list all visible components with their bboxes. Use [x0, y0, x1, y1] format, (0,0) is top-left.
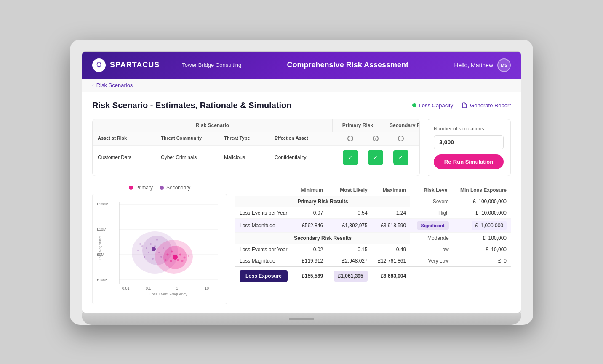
legend-secondary-label: Secondary — [166, 185, 190, 191]
highlighted-loss: £ 1,000,000 — [472, 221, 507, 230]
loss-capacity-link[interactable]: Loss Capacity — [412, 102, 454, 109]
laptop-base — [82, 313, 521, 325]
report-icon — [462, 102, 467, 108]
loss-exposure-button[interactable]: Loss Exposure — [240, 270, 288, 282]
loss-magnitude-primary-loss: £ 1,000,000 — [453, 218, 511, 232]
chart-container: Primary Secondary £100M £10M £1M — [92, 185, 227, 304]
results-section: Primary Secondary £100M £10M £1M — [92, 185, 511, 304]
svg-point-20 — [144, 256, 145, 258]
svg-text:10: 10 — [205, 286, 209, 290]
col-header-maximum: Maximum — [372, 185, 411, 196]
breadcrumb-parent[interactable]: Risk Scenarios — [96, 82, 133, 88]
svg-point-19 — [148, 252, 149, 253]
simulation-panel: Number of simulations Re-Run Simulation — [427, 119, 511, 176]
threat-community-cell: Cyber Criminals — [161, 154, 224, 160]
moderate-risk-level: Moderate — [410, 232, 453, 244]
primary-info-btn[interactable]: ✓ — [368, 150, 383, 165]
table-row: Loss Magnitude £119,912 £2,948,027 £12,7… — [235, 255, 511, 267]
results-data-table: Minimum Most Likely Maximum Risk Level M… — [235, 185, 511, 285]
col-secondary-clock — [388, 136, 414, 141]
svg-point-18 — [150, 243, 152, 245]
risk-table: Risk Scenario Primary Risk Secondary Ris… — [92, 119, 420, 176]
legend-primary: Primary — [129, 185, 153, 191]
col-primary-clock — [338, 136, 363, 141]
rerun-simulation-button[interactable]: Re-Run Simulation — [434, 154, 504, 169]
loss-exposure-highlighted-value: £1,061,395 — [334, 271, 368, 282]
svg-point-21 — [154, 245, 156, 247]
loss-exposure-btn-cell: Loss Exposure — [235, 267, 295, 285]
loss-exposure-loss — [453, 267, 511, 285]
svg-point-27 — [141, 245, 143, 247]
loss-capacity-dot — [412, 103, 416, 107]
svg-text:Loss Magnitude: Loss Magnitude — [98, 236, 102, 260]
loss-exposure-max: £6,683,004 — [372, 267, 411, 285]
effect-cell: Confidentiality — [275, 154, 338, 160]
generate-report-link[interactable]: Generate Report — [462, 102, 511, 109]
primary-clock-btn[interactable]: ✓ — [343, 150, 358, 165]
loss-events-year-secondary-max: 0.49 — [372, 244, 411, 255]
laptop-notch — [289, 318, 314, 320]
secondary-clock-btn[interactable]: ✓ — [393, 150, 408, 165]
col-effect: Effect on Asset — [275, 136, 338, 141]
svg-text:£100K: £100K — [97, 278, 108, 282]
primary-risk-group-header: Primary Risk — [333, 119, 383, 132]
svg-point-40 — [188, 255, 189, 257]
breadcrumb: ‹ Risk Scenarios — [82, 79, 521, 92]
loss-magnitude-primary-max: £3,918,590 — [372, 218, 411, 232]
chevron-left-icon: ‹ — [92, 82, 94, 88]
loss-magnitude-secondary-risk: Very Low — [410, 255, 453, 267]
loss-events-year-primary-label: Loss Events per Year — [235, 207, 295, 218]
svg-point-17 — [146, 247, 147, 249]
col-header-label — [235, 185, 295, 196]
loss-exposure-risk — [410, 267, 453, 285]
risk-scenario-group-header: Risk Scenario — [93, 119, 333, 132]
loss-events-year-primary-likely: 0.54 — [327, 207, 372, 218]
svg-text:0.1: 0.1 — [146, 286, 151, 290]
page-title: Risk Scenario - Estimates, Rationale & S… — [92, 101, 291, 110]
loss-capacity-label: Loss Capacity — [419, 102, 454, 109]
legend-secondary: Secondary — [160, 185, 190, 191]
svg-point-0 — [97, 62, 101, 67]
col-secondary-info: i — [414, 136, 420, 141]
sim-value-input[interactable] — [434, 135, 504, 149]
loss-events-year-primary-risk: High — [410, 207, 453, 218]
loss-magnitude-secondary-max: £12,761,861 — [372, 255, 411, 267]
app-title: Comprehensive Risk Assessment — [241, 61, 454, 69]
results-table: Minimum Most Likely Maximum Risk Level M… — [235, 185, 511, 304]
svg-point-30 — [152, 247, 156, 251]
secondary-risk-group-header: Secondary Risk — [383, 119, 420, 132]
legend-primary-dot — [129, 186, 133, 190]
app-header: SPARTACUS Tower Bridge Consulting Compre… — [82, 52, 521, 79]
table-row: Primary Risk Results Severe £ 100,000,00… — [235, 196, 511, 207]
table-row: Customer Data Cyber Criminals Malicious … — [93, 145, 419, 169]
svg-text:0.01: 0.01 — [122, 286, 130, 290]
loss-magnitude-secondary-likely: £2,948,027 — [327, 255, 372, 267]
loss-magnitude-primary-risk: Significant — [410, 218, 453, 232]
loss-events-year-secondary-likely: 0.15 — [327, 244, 372, 255]
loss-events-year-primary-loss: £ 10,000,000 — [453, 207, 511, 218]
svg-point-32 — [171, 250, 173, 252]
loss-events-year-secondary-loss: £ 10,000 — [453, 244, 511, 255]
loss-events-year-primary-max: 1.24 — [372, 207, 411, 218]
col-threat-type: Threat Type — [224, 136, 275, 141]
secondary-info-btn[interactable]: ✓ — [419, 150, 420, 165]
svg-point-29 — [139, 243, 141, 245]
loss-magnitude-secondary-loss: £ 0 — [453, 255, 511, 267]
severe-min-loss: £ 100,000,000 — [453, 196, 511, 207]
asset-cell: Customer Data — [98, 154, 161, 160]
avatar[interactable]: MS — [497, 58, 511, 72]
primary-section-label: Primary Risk Results — [235, 196, 410, 207]
svg-point-36 — [170, 260, 172, 262]
col-asset: Asset at Risk — [98, 136, 161, 141]
main-content: Risk Scenario - Estimates, Rationale & S… — [82, 92, 521, 313]
page-actions: Loss Capacity Generate Report — [412, 102, 511, 109]
svg-point-28 — [137, 250, 139, 251]
legend-primary-label: Primary — [136, 185, 153, 191]
loss-magnitude-primary-min: £562,846 — [295, 218, 327, 232]
scatter-chart: £100M £10M £1M £100K Loss Magnitude — [96, 198, 222, 299]
chart-legend: Primary Secondary — [92, 185, 227, 191]
logo-text: SPARTACUS — [110, 61, 160, 69]
col-header-minimum: Minimum — [295, 185, 327, 196]
table-row: Loss Events per Year 0.07 0.54 1.24 High… — [235, 207, 511, 218]
table-row: Loss Events per Year 0.02 0.15 0.49 Low … — [235, 244, 511, 255]
